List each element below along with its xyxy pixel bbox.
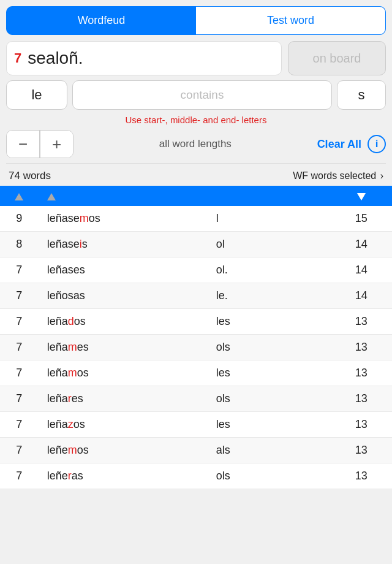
cell-score: 14: [331, 257, 392, 283]
highlight-letter: m: [68, 367, 77, 379]
word-count: 74 words: [9, 170, 51, 182]
highlight-letter: z: [68, 418, 74, 430]
cell-length: 7: [0, 309, 39, 335]
cell-score: 13: [331, 412, 392, 438]
cell-word: leñeras: [39, 463, 208, 489]
highlight-letter: r: [68, 470, 72, 482]
cell-length: 9: [0, 206, 39, 232]
cell-word: leñaseis: [39, 232, 208, 257]
chevron-right-icon: ›: [377, 170, 383, 181]
sort-score-desc[interactable]: [331, 186, 392, 206]
cell-word: leñases: [39, 257, 208, 283]
highlight-letter: m: [68, 444, 77, 456]
table-row[interactable]: 7leñaresols13: [0, 386, 392, 412]
table-row[interactable]: 7leñadosles13: [0, 309, 392, 335]
cell-score: 13: [331, 386, 392, 412]
contains-letters-input[interactable]: contains: [72, 80, 332, 110]
cell-tiles: les: [208, 412, 331, 438]
info-button[interactable]: i: [368, 135, 386, 153]
cell-length: 7: [0, 412, 39, 438]
cell-score: 13: [331, 309, 392, 335]
cell-length: 7: [0, 463, 39, 489]
filter-row: le contains s: [6, 80, 386, 110]
sort-arrow-up-word: [47, 193, 56, 200]
tab-wordfeud[interactable]: Wordfeud: [7, 7, 196, 34]
table-row[interactable]: 7leñazosles13: [0, 412, 392, 438]
on-board-button[interactable]: on board: [288, 41, 386, 75]
clear-all-button[interactable]: Clear All: [317, 138, 361, 151]
hint-text: Use start-, middle- and end- letters: [6, 115, 386, 125]
stepper-plus[interactable]: +: [40, 131, 73, 158]
table-row[interactable]: 7leñamesols13: [0, 335, 392, 360]
cell-length: 7: [0, 257, 39, 283]
highlight-letter: i: [80, 238, 82, 250]
cell-score: 13: [331, 335, 392, 360]
sort-arrow-down-score: [357, 193, 366, 200]
wf-words-selected[interactable]: WF words selected ›: [293, 170, 383, 181]
stepper-minus[interactable]: −: [7, 131, 40, 158]
highlight-letter: d: [68, 315, 74, 327]
length-stepper: − +: [6, 130, 74, 158]
cell-tiles: ols: [208, 463, 331, 489]
word-table: 9leñasemosl158leñaseisol147leñasesol.147…: [0, 186, 392, 489]
table-row[interactable]: 7leñasesol.14: [0, 257, 392, 283]
cell-word: leñosas: [39, 283, 208, 309]
cell-length: 7: [0, 335, 39, 360]
table-row[interactable]: 7leñemosals13: [0, 438, 392, 463]
cell-tiles: les: [208, 360, 331, 386]
search-word: sealoñ.: [28, 48, 83, 68]
cell-word: leñares: [39, 386, 208, 412]
cell-tiles: l: [208, 206, 331, 232]
table-header-row: [0, 186, 392, 206]
cell-tiles: ols: [208, 335, 331, 360]
results-header: 74 words WF words selected ›: [0, 164, 392, 186]
search-main-input[interactable]: 7 sealoñ.: [6, 41, 282, 75]
cell-score: 14: [331, 283, 392, 309]
highlight-letter: r: [68, 392, 72, 405]
cell-word: leñamos: [39, 360, 208, 386]
sort-arrow-up-len: [15, 193, 23, 200]
cell-score: 13: [331, 463, 392, 489]
table-row[interactable]: 7leñamosles13: [0, 360, 392, 386]
cell-tiles: les: [208, 309, 331, 335]
sort-word-asc[interactable]: [39, 186, 208, 206]
end-letters-input[interactable]: s: [337, 80, 386, 110]
word-lengths-label: all word lengths: [80, 138, 311, 150]
search-row: 7 sealoñ. on board: [6, 41, 386, 75]
cell-length: 7: [0, 438, 39, 463]
cell-length: 7: [0, 360, 39, 386]
highlight-letter: m: [68, 341, 77, 353]
start-letters-input[interactable]: le: [6, 80, 67, 110]
cell-tiles: ol: [208, 232, 331, 257]
cell-length: 7: [0, 283, 39, 309]
cell-word: leñados: [39, 309, 208, 335]
table-row[interactable]: 7leñerasols13: [0, 463, 392, 489]
cell-tiles: le.: [208, 283, 331, 309]
cell-score: 15: [331, 206, 392, 232]
cell-score: 13: [331, 360, 392, 386]
cell-tiles: ols: [208, 386, 331, 412]
cell-score: 14: [331, 232, 392, 257]
cell-tiles: ol.: [208, 257, 331, 283]
cell-word: leñazos: [39, 412, 208, 438]
sort-tiles[interactable]: [208, 186, 331, 206]
highlight-letter: m: [80, 212, 89, 224]
tab-testword[interactable]: Test word: [196, 7, 385, 34]
cell-length: 7: [0, 386, 39, 412]
cell-length: 8: [0, 232, 39, 257]
table-row[interactable]: 7leñosasle.14: [0, 283, 392, 309]
cell-score: 13: [331, 438, 392, 463]
word-length-number: 7: [14, 50, 21, 66]
cell-word: leñemos: [39, 438, 208, 463]
sort-len-asc[interactable]: [0, 186, 39, 206]
controls-row: − + all word lengths Clear All i: [6, 130, 386, 158]
table-row[interactable]: 8leñaseisol14: [0, 232, 392, 257]
cell-word: leñasemos: [39, 206, 208, 232]
cell-tiles: als: [208, 438, 331, 463]
table-row[interactable]: 9leñasemosl15: [0, 206, 392, 232]
cell-word: leñames: [39, 335, 208, 360]
tab-bar: Wordfeud Test word: [6, 6, 386, 35]
